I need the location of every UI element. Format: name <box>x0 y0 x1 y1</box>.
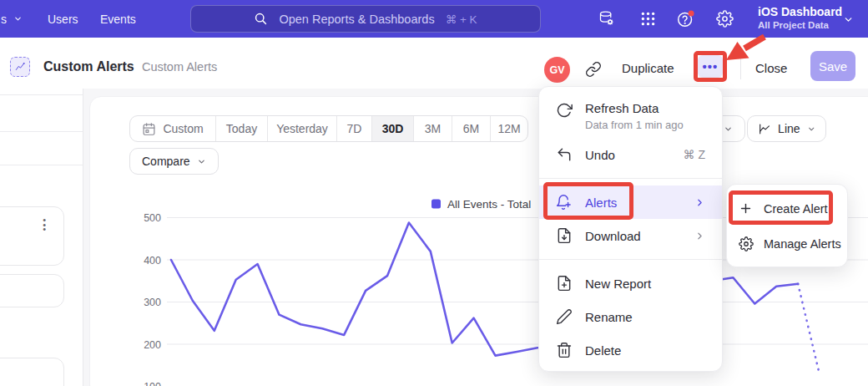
search-shortcut: ⌘ + K <box>446 13 477 26</box>
date-range-yesterday[interactable]: Yesterday <box>268 116 337 141</box>
menu-item-label: Alerts <box>585 196 694 210</box>
project-name: iOS Dashboard <box>758 4 842 19</box>
avatar[interactable]: GV <box>544 57 570 83</box>
menu-item-shortcut: ⌘ Z <box>684 148 705 161</box>
report-header: Custom Alerts Custom Alerts GV Duplicate… <box>0 38 868 89</box>
date-range-label: 7D <box>347 122 362 135</box>
date-range-custom[interactable]: Custom <box>130 116 216 141</box>
search-input[interactable]: Open Reports & Dashboards ⌘ + K <box>190 5 541 33</box>
report-icon <box>10 57 30 77</box>
menu-item-label: Download <box>585 229 694 243</box>
save-button[interactable]: Save <box>810 51 855 81</box>
chevron-right-icon <box>694 197 705 208</box>
compare-button[interactable]: Compare <box>129 148 219 175</box>
nav-tab-events[interactable]: Events <box>100 0 136 38</box>
close-button[interactable]: Close <box>755 61 787 75</box>
plus-icon <box>739 201 754 216</box>
date-range-today[interactable]: Today <box>216 116 268 141</box>
kebab-icon[interactable]: ••• <box>43 218 46 232</box>
more-options-menu: Refresh DataData from 1 min agoUndo⌘ ZAl… <box>538 86 723 372</box>
sidebar-divider <box>0 131 83 132</box>
project-switcher[interactable]: iOS Dashboard All Project Data <box>758 4 842 31</box>
nav-overflow-label: s <box>1 13 7 26</box>
sidebar-card[interactable]: ••• <box>0 206 64 266</box>
help-icon[interactable] <box>677 10 694 28</box>
refresh-icon <box>556 102 573 119</box>
search-placeholder: Open Reports & Dashboards <box>279 13 434 26</box>
date-range-30d[interactable]: 30D <box>372 116 414 141</box>
line-chart-icon <box>758 122 771 136</box>
calendar-icon <box>142 122 156 136</box>
menu-item-label: Delete <box>585 343 705 358</box>
trash-icon <box>556 342 573 358</box>
nav-overflow-tab[interactable]: s <box>1 0 23 38</box>
sidebar-card[interactable] <box>0 358 64 386</box>
menu-item-refresh[interactable]: Refresh DataData from 1 min ago <box>539 94 722 138</box>
chevron-down-icon <box>197 157 206 166</box>
date-range-label: 3M <box>425 122 441 135</box>
page-title: Custom Alerts <box>43 59 134 74</box>
header-divider <box>740 54 741 79</box>
menu-item-label: Undo <box>585 148 684 162</box>
menu-divider <box>539 178 722 179</box>
date-range-label: Today <box>226 122 257 135</box>
pencil-icon <box>556 308 573 325</box>
date-range-label: 30D <box>382 122 404 135</box>
menu-item-download[interactable]: Download <box>539 219 722 252</box>
menu-item-label: Refresh Data <box>585 101 705 115</box>
undo-icon <box>556 146 573 163</box>
date-range-label: 12M <box>497 122 520 135</box>
date-range-label: Yesterday <box>276 122 328 135</box>
compare-label: Compare <box>142 155 190 168</box>
search-icon <box>254 12 268 26</box>
chevron-down-icon[interactable] <box>843 13 860 31</box>
date-range-6m[interactable]: 6M <box>452 116 491 141</box>
menu-divider <box>539 259 722 260</box>
menu-item-alerts[interactable]: Alerts <box>539 185 722 219</box>
submenu-item-label: Manage Alerts <box>764 237 841 251</box>
chart-type-button[interactable]: Line <box>747 115 826 142</box>
chevron-right-icon <box>694 231 705 241</box>
chevron-down-icon <box>807 124 815 134</box>
link-icon[interactable] <box>585 61 602 78</box>
nav-tab-users[interactable]: Users <box>48 0 78 38</box>
submenu-item-manage-alerts[interactable]: Manage Alerts <box>727 226 847 262</box>
download-icon <box>556 227 573 244</box>
sidebar-divider <box>0 94 83 95</box>
apps-grid-icon[interactable] <box>639 10 657 28</box>
gear-icon[interactable] <box>716 10 734 28</box>
more-options-button[interactable]: ••• <box>698 55 723 78</box>
date-range-3m[interactable]: 3M <box>414 116 452 141</box>
date-range-12m[interactable]: 12M <box>491 116 527 141</box>
date-range-label: Custom <box>163 122 203 135</box>
gear-icon <box>739 236 754 251</box>
top-nav: s Users Events Open Reports & Dashboards… <box>0 0 868 38</box>
chart-type-label: Line <box>778 122 800 135</box>
project-scope: All Project Data <box>758 19 842 31</box>
menu-item-new-report[interactable]: New Report <box>539 267 722 300</box>
menu-item-undo[interactable]: Undo⌘ Z <box>539 138 722 171</box>
left-sidebar: ••• <box>0 89 83 386</box>
file-plus-icon <box>556 275 573 292</box>
data-icon[interactable] <box>598 10 615 28</box>
bell-plus-icon <box>556 194 573 211</box>
menu-item-label: New Report <box>585 277 705 291</box>
date-range-label: 6M <box>463 122 479 135</box>
chevron-down-icon <box>724 124 733 134</box>
chevron-down-icon <box>13 14 23 23</box>
menu-item-sublabel: Data from 1 min ago <box>585 119 705 131</box>
date-range-control: CustomTodayYesterday7D30D3M6M12M <box>129 115 528 142</box>
date-range-7d[interactable]: 7D <box>337 116 372 141</box>
sidebar-divider <box>0 165 83 165</box>
submenu-item-label: Create Alert <box>764 202 828 216</box>
alerts-submenu: Create AlertManage Alerts <box>726 184 848 267</box>
duplicate-button[interactable]: Duplicate <box>622 61 674 75</box>
menu-item-rename[interactable]: Rename <box>539 300 722 333</box>
menu-item-label: Rename <box>585 310 705 324</box>
menu-item-delete[interactable]: Delete <box>539 333 722 367</box>
submenu-item-create-alert[interactable]: Create Alert <box>727 191 847 226</box>
sidebar-card[interactable] <box>0 274 64 307</box>
breadcrumb: Custom Alerts <box>142 60 217 74</box>
